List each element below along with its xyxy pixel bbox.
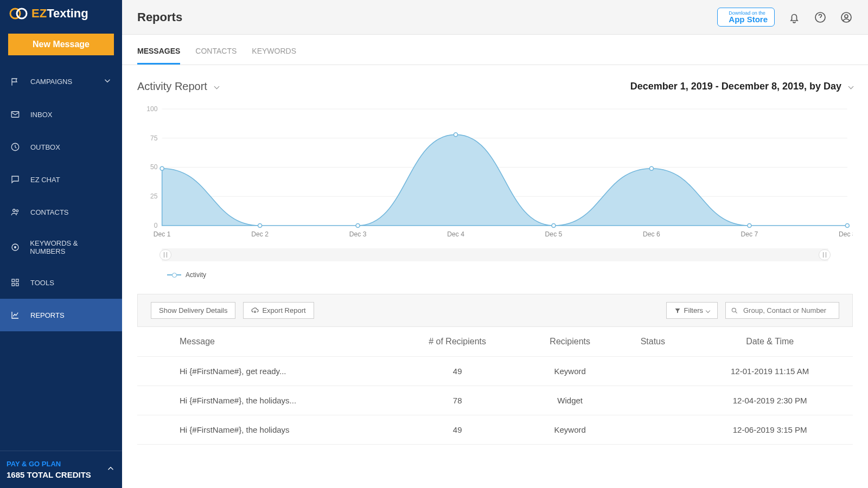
svg-point-4 (13, 209, 16, 212)
svg-point-7 (14, 247, 16, 248)
svg-text:Dec 1: Dec 1 (154, 230, 171, 238)
svg-point-25 (160, 166, 164, 170)
search-icon (731, 307, 738, 314)
sidebar-item-outbox[interactable]: OUTBOX (0, 131, 122, 163)
sidebar-item-label: EZ CHAT (30, 176, 60, 184)
svg-text:Dec 4: Dec 4 (447, 230, 464, 238)
th-recipients[interactable]: Recipients (521, 327, 618, 357)
svg-point-27 (356, 224, 360, 228)
tab-keywords[interactable]: KEYWORDS (252, 35, 296, 65)
legend-label: Activity (186, 271, 206, 279)
new-message-button[interactable]: New Message (8, 34, 114, 55)
svg-text:0: 0 (154, 222, 158, 229)
th-message[interactable]: Message (137, 327, 393, 357)
chevron-down-icon (103, 76, 112, 87)
tab-contacts[interactable]: CONTACTS (195, 35, 237, 65)
search-input[interactable] (725, 302, 839, 319)
svg-point-29 (552, 224, 556, 228)
svg-text:Dec 3: Dec 3 (349, 230, 367, 238)
envelope-icon (10, 109, 21, 120)
help-icon[interactable] (814, 11, 827, 24)
svg-point-26 (258, 224, 262, 228)
svg-text:100: 100 (146, 105, 158, 113)
svg-text:Dec 6: Dec 6 (643, 230, 660, 238)
table-row[interactable]: Hi {#FirstName#}, get ready...49Keyword1… (137, 357, 853, 386)
content: Activity Report December 1, 2019 - Decem… (122, 65, 868, 488)
svg-text:25: 25 (150, 192, 158, 200)
tabs: MESSAGES CONTACTS KEYWORDS (122, 35, 868, 65)
sidebar-item-label: REPORTS (30, 311, 65, 319)
chart-scrubber[interactable] (162, 248, 828, 261)
scrub-handle-right[interactable] (819, 249, 831, 260)
sidebar-item-inbox[interactable]: INBOX (0, 98, 122, 131)
logo-icon (9, 7, 28, 21)
table-row[interactable]: Hi {#FirstName#}, the holidays...78Widge… (137, 386, 853, 415)
contacts-icon (10, 207, 21, 217)
grid-icon (10, 277, 21, 288)
appstore-button[interactable]: Download on theApp Store (717, 8, 775, 27)
plan-footer[interactable]: PAY & GO PLAN 1685 TOTAL CREDITS (0, 451, 122, 488)
svg-rect-9 (16, 279, 19, 282)
activity-chart: 0255075100Dec 1Dec 2Dec 3Dec 4Dec 5Dec 6… (137, 104, 853, 279)
svg-rect-11 (16, 284, 19, 286)
svg-text:Dec 8: Dec 8 (839, 230, 853, 238)
sidebar-item-label: INBOX (30, 111, 52, 119)
svg-point-41 (732, 308, 736, 312)
svg-text:Dec 5: Dec 5 (545, 230, 563, 238)
svg-rect-10 (12, 284, 15, 286)
sidebar-item-campaigns[interactable]: CAMPAIGNS (0, 65, 122, 98)
page-title: Reports (137, 10, 182, 24)
sidebar-item-label: OUTBOX (30, 143, 60, 151)
sidebar-item-label: CONTACTS (30, 208, 69, 216)
sidebar-item-keywords[interactable]: KEYWORDS & NUMBERS (0, 228, 122, 266)
chevron-down-icon (848, 84, 854, 89)
date-range-dropdown[interactable]: December 1, 2019 - December 8, 2019, by … (630, 81, 853, 92)
sidebar-item-ezchat[interactable]: EZ CHAT (0, 163, 122, 196)
chevron-up-icon (106, 464, 116, 476)
svg-text:Dec 2: Dec 2 (251, 230, 269, 238)
show-delivery-details-button[interactable]: Show Delivery Details (151, 302, 235, 319)
sidebar-item-label: KEYWORDS & NUMBERS (30, 239, 112, 255)
cloud-download-icon (251, 307, 259, 314)
sidebar-item-label: CAMPAIGNS (30, 78, 72, 86)
messages-table: Message # of Recipients Recipients Statu… (137, 327, 853, 445)
sidebar-item-label: TOOLS (30, 279, 54, 287)
user-icon[interactable] (840, 11, 853, 24)
th-datetime[interactable]: Date & Time (687, 327, 853, 357)
svg-point-30 (649, 166, 653, 170)
svg-rect-8 (12, 279, 15, 282)
filters-button[interactable]: Filters (666, 302, 718, 319)
tab-messages[interactable]: MESSAGES (137, 35, 180, 65)
clock-icon (10, 142, 21, 152)
export-report-button[interactable]: Export Report (243, 302, 314, 319)
svg-text:75: 75 (150, 134, 158, 142)
sidebar-nav: CAMPAIGNS INBOX OUTBOX EZ CHAT CONTACTS … (0, 65, 122, 451)
chevron-down-icon (214, 84, 219, 89)
filter-icon (674, 307, 681, 314)
table-row[interactable]: Hi {#FirstName#}, the holidays49Keyword1… (137, 415, 853, 445)
th-status[interactable]: Status (618, 327, 687, 357)
chart-icon (10, 310, 21, 320)
chart-legend: Activity (167, 271, 853, 279)
bell-icon[interactable] (788, 11, 801, 24)
chevron-down-icon (706, 308, 710, 312)
logo[interactable]: EZTexting (0, 0, 122, 27)
sidebar-item-reports[interactable]: REPORTS (0, 299, 122, 331)
flag-icon (10, 76, 21, 87)
th-recipients-count[interactable]: # of Recipients (393, 327, 521, 357)
svg-point-14 (845, 15, 848, 18)
sidebar-item-contacts[interactable]: CONTACTS (0, 196, 122, 228)
svg-point-5 (16, 210, 18, 212)
svg-text:Dec 7: Dec 7 (741, 230, 758, 238)
main: Reports Download on theApp Store MESSAGE… (122, 0, 868, 488)
plan-name: PAY & GO PLAN (7, 460, 91, 468)
plan-credits: 1685 TOTAL CREDITS (7, 470, 91, 479)
chat-icon (10, 174, 21, 185)
svg-point-28 (454, 133, 457, 137)
sidebar-item-tools[interactable]: TOOLS (0, 266, 122, 299)
report-title-dropdown[interactable]: Activity Report (137, 80, 219, 93)
legend-marker (167, 274, 181, 275)
scrub-handle-left[interactable] (159, 249, 171, 260)
sidebar: EZTexting New Message CAMPAIGNS INBOX OU… (0, 0, 122, 488)
logo-text: EZTexting (31, 7, 88, 21)
